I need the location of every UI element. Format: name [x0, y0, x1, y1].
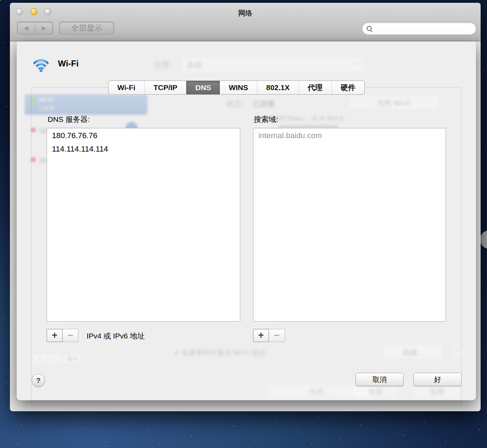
dns-servers-list[interactable]: 180.76.76.76 114.114.114.114 [47, 128, 240, 322]
add-search-domain-button[interactable]: + [253, 329, 269, 342]
desktop-widget-handle[interactable] [480, 230, 487, 249]
tab-dns[interactable]: DNS [186, 81, 220, 94]
tab-wins[interactable]: WINS [220, 81, 257, 94]
titlebar: 网络 ◀ ▶ 全部显示 [10, 3, 481, 41]
tab-label: Wi-Fi [117, 83, 135, 92]
back-icon: ◀ [24, 25, 28, 31]
service-name: Wi-Fi [58, 59, 78, 69]
help-button[interactable]: ? [32, 374, 45, 387]
search-domains-list[interactable]: internal.baidu.com [253, 128, 446, 322]
search-domains-label: 搜索域: [254, 114, 278, 124]
nav-back-forward-group: ◀ ▶ [17, 22, 53, 35]
tab-hardware[interactable]: 硬件 [331, 81, 364, 94]
network-preferences-window: 网络 ◀ ▶ 全部显示 位置: 自动 ↕ Wi-Fi [10, 3, 481, 411]
dns-servers-plusminus: + − [47, 329, 78, 342]
search-domains-plusminus: + − [253, 329, 285, 342]
tab-label: 硬件 [341, 83, 356, 93]
search-domain-row[interactable]: internal.baidu.com [253, 128, 446, 142]
tab-label: 802.1X [266, 83, 290, 92]
tab-proxies[interactable]: 代理 [299, 81, 331, 94]
wifi-icon [32, 55, 50, 72]
back-button[interactable]: ◀ [17, 22, 35, 35]
show-all-button[interactable]: 全部显示 [59, 22, 114, 35]
tab-8021x[interactable]: 802.1X [257, 81, 299, 94]
minimize-button[interactable] [30, 8, 37, 15]
search-icon [366, 26, 372, 31]
search-field [362, 22, 476, 35]
dns-settings-sheet: 位置: 自动 ↕ Wi-Fi 已连接 状态: 已连接 关闭 Wi-Fi 已连接到… [17, 41, 476, 400]
dns-server-row[interactable]: 180.76.76.76 [47, 128, 240, 142]
tab-label: WINS [229, 83, 248, 92]
window-title: 网络 [10, 8, 481, 18]
ok-button[interactable]: 好 [413, 373, 462, 386]
close-button[interactable] [16, 8, 23, 15]
tab-label: DNS [195, 83, 211, 92]
cancel-button[interactable]: 取消 [356, 373, 404, 386]
remove-search-domain-button[interactable]: − [269, 329, 285, 342]
service-row: Wi-Fi [32, 55, 78, 72]
tab-label: TCP/IP [153, 83, 177, 92]
tab-tcpip[interactable]: TCP/IP [144, 81, 186, 94]
forward-icon: ▶ [42, 25, 46, 31]
zoom-button[interactable] [44, 8, 51, 15]
add-dns-server-button[interactable]: + [47, 329, 63, 342]
remove-dns-server-button[interactable]: − [63, 329, 78, 342]
show-all-label: 全部显示 [71, 23, 102, 34]
dns-hint: IPv4 或 IPv6 地址 [87, 331, 145, 341]
tab-label: 代理 [308, 83, 323, 93]
tab-bar: Wi-Fi TCP/IP DNS WINS 802.1X 代理 硬件 [108, 81, 365, 95]
dns-server-row[interactable]: 114.114.114.114 [47, 142, 240, 155]
tab-wifi[interactable]: Wi-Fi [108, 81, 144, 94]
forward-button[interactable]: ▶ [35, 22, 53, 35]
search-input[interactable] [372, 23, 476, 34]
dns-servers-label: DNS 服务器: [48, 114, 90, 124]
